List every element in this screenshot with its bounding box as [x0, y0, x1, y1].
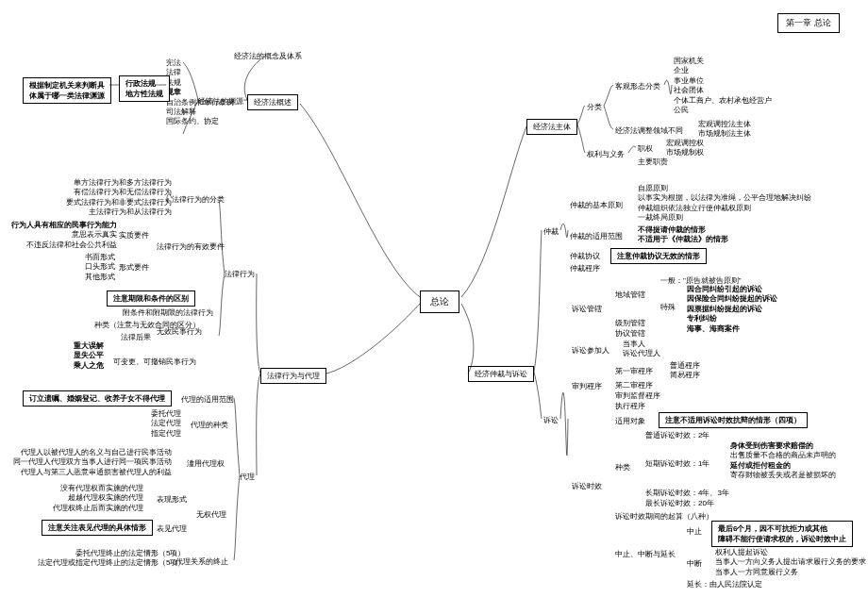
s3-2-1-box-t: 订立遗嘱、婚姻登记、收养子女不得代理 [29, 394, 165, 403]
s3-sub1: 法律行为 [225, 269, 255, 279]
s4-2-3d: 执行程序 [615, 401, 645, 411]
s3-1-1-1: 有偿法律行为和无偿法律行为 [66, 188, 172, 197]
s3-2-3-1: 同一代理人代理双方当事人进行同一项民事活动 [13, 457, 172, 467]
s4-1-1-0: 自愿原则 [638, 184, 811, 193]
s3-2-4b: 表见代理 [157, 523, 187, 534]
s3-2-3-items: 代理人以被代理人的名义与自己进行民事活动 同一代理人代理双方当事人进行同一项民事… [13, 448, 172, 477]
s3-2-4a-2: 代理权终止后而实施的代理 [53, 504, 143, 513]
s2-sub2b: 主要职责 [638, 157, 668, 167]
s4-2-3c: 审判监督程序 [615, 390, 660, 401]
s3-1-3c2-1: 显失公平 [74, 351, 104, 360]
s4-sub1: 仲裁 [543, 226, 559, 237]
s3-1-3a-box-t: 注意期限和条件的区别 [113, 294, 189, 303]
s2-2a-1: 市场规制权 [666, 148, 704, 158]
s4-2-3a-0: 普通程序 [670, 361, 700, 371]
s4-2-4d2-2: 当事人一方同意履行义务 [715, 568, 866, 577]
s1-note1-l1: 根据制定机关来判断具 [29, 80, 105, 91]
s3-1-1-3: 主法律行为和从法律行为 [66, 207, 172, 217]
s3-1-3c: 法律后果 [121, 332, 151, 342]
s4-sub2: 诉讼 [543, 415, 559, 425]
s1-src-5: 司法解释 [166, 108, 234, 117]
s1-src-6: 国际条约、协定 [166, 117, 234, 126]
chapter-title-box: 第一章 总论 [777, 13, 840, 33]
s3-1-1-0: 单方法律行为和多方法律行为 [66, 178, 172, 188]
s4-1-1: 仲裁的基本原则 [570, 200, 623, 210]
s4-2-4d1: 中止 [687, 526, 702, 537]
s1-badge1a: 行政法规 [125, 78, 163, 89]
s4-2-4b2-0: 身体受到伤害要求赔偿的 [730, 441, 836, 451]
s4-2-1a2-2: 因票据纠纷提起的诉讼 [687, 305, 777, 314]
s4-1-2-items: 不得提请仲裁的情形 不适用于《仲裁法》的情形 [638, 225, 728, 245]
section2-title: 经济法主体 [533, 123, 571, 131]
s4-2-4b2-1: 出售质量不合格的商品未声明的 [730, 451, 836, 460]
section3-box: 法律行为与代理 [260, 368, 326, 384]
s4-2-2: 诉讼参加人 [572, 345, 609, 356]
s3-1-2a: 实质要件 [119, 230, 149, 241]
s3-1-2: 法律行为的有效要件 [157, 241, 225, 252]
root-node: 总论 [420, 290, 459, 313]
s2-sub1b: 经济法调整领域不同 [615, 125, 683, 136]
section2-box: 经济法主体 [526, 119, 577, 135]
s4-2-2-1: 诉讼代理人 [623, 349, 660, 358]
s1-note1: 根据制定机关来判断具 体属于哪一类法律渊源 [23, 77, 111, 104]
s3-1-2a-0: 行为人具有相应的民事行为能力 [11, 221, 117, 230]
s3-1-2a-2: 不违反法律和社会公共利益 [11, 241, 117, 250]
s3-1-3c1: 无效民事行为 [157, 326, 202, 337]
s2-1a-4: 个体工商户、农村承包经营户 [674, 96, 772, 106]
s4-2-4b2-items: 身体受到伤害要求赔偿的 出售质量不合格的商品未声明的 延付或拒付租金的 寄存财物… [730, 441, 836, 481]
section1-box: 经济法概述 [247, 94, 298, 110]
section4-box: 经济仲裁与诉讼 [468, 366, 534, 382]
s4-2-3a: 第一审程序 [615, 366, 653, 376]
s2-sub1a: 客观形态分类 [615, 81, 660, 91]
s4-2-4d2: 中断 [687, 558, 702, 569]
s3-2-5-items: 委托代理终止的法定情形（5项） 法定代理或指定代理终止的法定情形（5项） [38, 549, 185, 569]
s3-1-1-2: 要式法律行为和非要式法律行为 [66, 198, 172, 207]
s2-1a-0: 国家机关 [674, 57, 772, 66]
s4-2-1a2-items: 因合同纠纷引起的诉讼 因保险合同纠纷提起的诉讼 因票据纠纷提起的诉讼 专利纠纷 … [687, 285, 777, 334]
s4-2-4d2-0: 权利人提起诉讼 [715, 548, 866, 557]
s3-1-2a-items: 行为人具有相应的民事行为能力 意思表示真实 不违反法律和社会公共利益 [11, 221, 117, 250]
s4-2-4b1: 普通诉讼时效：2年 [645, 430, 709, 440]
s4-2-1a2-1: 因保险合同纠纷提起的诉讼 [687, 294, 777, 304]
s1-sources: 宪法 法律 法规 规章 自治条例和单行条例 司法解释 国际条约、协定 [166, 58, 234, 127]
s4-2-4b4: 最长诉讼时效：20年 [645, 498, 714, 508]
s4-2-4d: 中止、中断与延长 [615, 549, 676, 559]
s4-2-4b2-2: 延付或拒付租金的 [730, 461, 836, 471]
s4-2-4d3: 延长：由人民法院认定 [687, 579, 762, 589]
s3-1-3c2-0: 重大误解 [74, 341, 104, 351]
s3-2-4a-0: 没有代理权而实施的代理 [53, 484, 143, 493]
section3-title: 法律行为与代理 [267, 372, 320, 380]
s4-1-3-box-t: 注意仲裁协议无效的情形 [617, 252, 700, 260]
s4-1-1-2: 仲裁组织依法独立行使仲裁权原则 [638, 204, 811, 213]
s1-src-4: 自治条例和单行条例 [166, 98, 234, 108]
s3-2-2: 代理的种类 [191, 420, 228, 430]
s4-2-4b3: 长期诉讼时效：4年、3年 [645, 488, 729, 498]
s2-2a-0: 宏观调控权 [666, 139, 704, 148]
s2-sub2a: 职权 [638, 143, 653, 154]
s2-sub1a-items: 国家机关 企业 事业单位 社会团体 个体工商户、农村承包经营户 公民 [674, 57, 772, 115]
s4-2-3a-1: 简易程序 [670, 371, 700, 380]
chapter-title: 第一章 总论 [786, 18, 831, 27]
s4-2-4d2-1: 当事人一方向义务人提出请求履行义务的要求 [715, 557, 866, 567]
s3-2-4b-box-t: 注意关注表见代理的具体情形 [48, 523, 146, 532]
s3-sub2: 代理 [240, 472, 255, 482]
s3-2-1-box: 订立遗嘱、婚姻登记、收养子女不得代理 [23, 390, 172, 407]
s4-1-1-items: 自愿原则 以事实为根据，以法律为准绳，公平合理地解决纠纷 仲裁组织依法独立行使仲… [638, 184, 811, 224]
s3-2-2-0: 委托代理 [151, 409, 181, 419]
section4-title: 经济仲裁与诉讼 [475, 370, 527, 378]
s4-1-2: 仲裁的适用范围 [570, 231, 623, 241]
s4-1-3: 仲裁协议 [570, 251, 600, 261]
s4-2-4d1-box-l1: 最后6个月，因不可抗拒力或其他 [718, 523, 846, 534]
s3-2-4a: 表现形式 [157, 494, 187, 505]
s4-2-4b2: 短期诉讼时效：1年 [645, 458, 709, 469]
s2-sub1b-items: 宏观调控法主体 市场规制法主体 [698, 120, 751, 140]
s4-2-1a: 地域管辖 [615, 290, 645, 300]
s4-2-2-0: 当事人 [623, 340, 660, 349]
s4-2-4b2-3: 寄存财物被丢失或者是被损坏的 [730, 471, 836, 480]
s3-1-1: 法律行为的分类 [172, 194, 225, 205]
s3-2-3-2: 代理人与第三人恶意串通损害被代理人的利益 [13, 468, 172, 477]
s3-1-3c2-items: 重大误解 显失公平 乘人之危 [74, 341, 104, 371]
s3-1-2b-1: 口头形式 [85, 262, 115, 272]
s3-1-3: 附条件和附期限的法律行为 [123, 307, 213, 318]
s4-1-4: 仲裁程序 [570, 263, 600, 274]
